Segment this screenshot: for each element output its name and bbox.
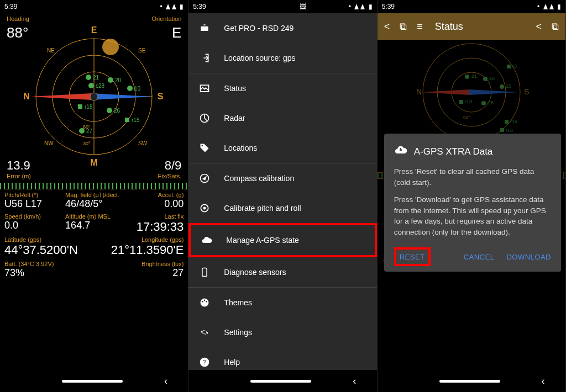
- svg-text:SE: SE: [138, 47, 146, 54]
- menu-item-compass[interactable]: Compass calibration: [188, 163, 376, 193]
- svg-rect-31: [125, 118, 129, 122]
- nav-home-pill[interactable]: [62, 380, 123, 383]
- svg-text:SW: SW: [138, 140, 148, 146]
- menu-item-gear[interactable]: Settings: [188, 317, 376, 347]
- menu-label: Help: [224, 358, 240, 367]
- svg-text:S: S: [524, 87, 529, 96]
- svg-rect-27: [78, 104, 82, 109]
- svg-point-57: [465, 75, 469, 79]
- menu-item-image[interactable]: Status: [188, 73, 376, 103]
- menu-label: Diagnose sensors: [224, 268, 286, 277]
- screen-agps-dialog: 5:39 • ▮ < ⧉ ≡ Status < ⧉ N S 21 20 10 r…: [378, 0, 566, 392]
- drawer-menu: Get PRO - RSD 249Location source: gpsSta…: [188, 13, 376, 370]
- menu-item-radar[interactable]: Radar: [188, 103, 376, 133]
- signal-spectrum: [0, 183, 188, 189]
- radar-icon: [198, 112, 211, 124]
- svg-rect-67: [507, 65, 511, 68]
- menu-label: Locations: [224, 144, 257, 152]
- agps-dialog: A-GPS XTRA Data Press 'Reset' to clear a…: [384, 134, 561, 272]
- svg-text:10: 10: [134, 86, 141, 92]
- svg-point-44: [204, 300, 206, 301]
- menu-icon[interactable]: ≡: [417, 21, 423, 33]
- svg-rect-69: [505, 120, 509, 124]
- compass: E S N M NE SE SW NW 60° 30° 212010c28r18…: [0, 25, 188, 168]
- screen-gps-status: 5:39 • ▮ Heading Orientation 88° E E S N…: [0, 0, 188, 392]
- heading-label: Heading: [7, 15, 29, 22]
- dialog-title: A-GPS XTRA Data: [394, 144, 551, 160]
- reset-button[interactable]: RESET: [400, 253, 425, 261]
- orientation-label: Orientation: [152, 15, 182, 22]
- menu-label: Calibrate pitch and roll: [224, 204, 301, 213]
- menu-item-tag[interactable]: Locations: [188, 133, 376, 163]
- svg-text:10: 10: [506, 83, 511, 89]
- status-icons: • ▮: [160, 3, 184, 10]
- menu-item-briefcase[interactable]: Get PRO - RSD 249: [188, 13, 376, 43]
- menu-label: Settings: [224, 328, 252, 337]
- nav-back[interactable]: ‹: [542, 375, 545, 387]
- nav-back[interactable]: ‹: [164, 375, 167, 387]
- nav-back[interactable]: ‹: [353, 375, 356, 387]
- menu-item-palette[interactable]: Themes: [188, 288, 376, 317]
- heading-row: Heading Orientation: [0, 13, 188, 24]
- android-nav[interactable]: ‹: [0, 370, 188, 392]
- android-nav[interactable]: ‹: [188, 370, 376, 392]
- menu-item-exit[interactable]: Location source: gps: [188, 43, 376, 73]
- svg-text:N: N: [23, 92, 30, 101]
- svg-rect-71: [500, 128, 504, 132]
- android-nav[interactable]: ‹: [378, 370, 565, 392]
- menu-item-target[interactable]: Calibrate pitch and roll: [188, 193, 376, 223]
- tag-icon: [198, 142, 211, 154]
- menu-label: Compass calibration: [224, 174, 294, 183]
- help-icon: ?: [198, 356, 211, 368]
- share-icon[interactable]: <: [384, 21, 390, 33]
- svg-point-40: [204, 207, 206, 209]
- menu-item-phone[interactable]: Diagnose sensors: [188, 257, 376, 287]
- svg-point-65: [481, 101, 486, 105]
- svg-point-25: [88, 83, 94, 88]
- menu-label: Location source: gps: [224, 54, 295, 62]
- toolbar: < ⧉ ≡ Status < ⧉: [378, 13, 565, 40]
- menu-label: Manage A-GPS state: [226, 236, 299, 245]
- svg-rect-63: [459, 100, 463, 104]
- svg-point-29: [107, 108, 112, 113]
- image-icon: [198, 82, 211, 94]
- toolbar-title: Status: [435, 21, 526, 33]
- svg-marker-7: [91, 93, 152, 100]
- svg-text:26: 26: [114, 108, 120, 114]
- palette-icon: [198, 296, 211, 309]
- svg-point-23: [127, 86, 133, 91]
- exit-icon: [198, 52, 211, 64]
- menu-label: Get PRO - RSD 249: [224, 24, 294, 33]
- svg-text:60°: 60°: [463, 115, 470, 120]
- download-button[interactable]: DOWNLOAD: [506, 247, 551, 266]
- copy-icon[interactable]: ⧉: [400, 21, 407, 33]
- nav-home-pill[interactable]: [250, 380, 311, 383]
- svg-text:r18: r18: [85, 104, 93, 110]
- copy-icon-2[interactable]: ⧉: [552, 21, 559, 33]
- cloud-download-icon: [394, 144, 407, 160]
- svg-text:M: M: [90, 158, 97, 167]
- share-icon-2[interactable]: <: [536, 21, 542, 33]
- compass-icon: [198, 172, 211, 184]
- cancel-button[interactable]: CANCEL: [464, 247, 495, 266]
- menu-item-cloud[interactable]: Manage A-GPS state: [188, 223, 376, 257]
- svg-text:c28: c28: [96, 83, 105, 89]
- fixsats-label: Fix/Sats.: [158, 173, 182, 179]
- svg-point-61: [500, 84, 504, 89]
- gear-icon: [198, 326, 211, 338]
- status-bar: 5:39 🖼 • ▮: [188, 0, 376, 13]
- error-label: Error (m): [7, 173, 31, 179]
- svg-point-3: [102, 39, 119, 55]
- menu-label: Radar: [224, 114, 245, 123]
- svg-text:r15: r15: [510, 119, 517, 124]
- target-icon: [198, 202, 211, 214]
- svg-point-59: [483, 77, 488, 81]
- svg-text:E: E: [91, 25, 97, 35]
- menu-label: Themes: [224, 298, 252, 307]
- svg-point-45: [206, 301, 207, 303]
- svg-text:r18: r18: [465, 99, 472, 104]
- briefcase-icon: [198, 22, 211, 34]
- clock: 5:39: [193, 3, 206, 10]
- nav-home-pill[interactable]: [439, 380, 500, 383]
- svg-point-19: [86, 75, 91, 80]
